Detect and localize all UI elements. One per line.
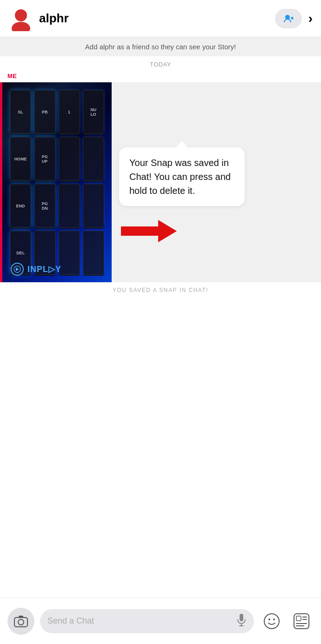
key-home: HOME bbox=[10, 137, 31, 181]
key-empty7 bbox=[83, 231, 104, 275]
key-1: 1 bbox=[59, 90, 80, 134]
snap-image-wrapper[interactable]: SL PB 1 NULO HOME PGUP END PGDN DEL bbox=[0, 82, 112, 282]
empty-chat-space bbox=[0, 297, 321, 525]
svg-point-13 bbox=[264, 614, 279, 629]
svg-rect-9 bbox=[19, 616, 23, 618]
svg-point-8 bbox=[18, 619, 24, 625]
chat-input-container[interactable]: Send a Chat bbox=[40, 609, 254, 633]
add-friend-button[interactable] bbox=[275, 9, 302, 28]
friend-banner: Add alphr as a friend so they can see yo… bbox=[0, 37, 321, 56]
emoji-button[interactable] bbox=[260, 609, 284, 633]
snap-image: SL PB 1 NULO HOME PGUP END PGDN DEL bbox=[2, 82, 112, 282]
svg-point-0 bbox=[15, 9, 27, 21]
key-empty4 bbox=[83, 184, 104, 228]
svg-point-1 bbox=[12, 22, 30, 31]
svg-point-14 bbox=[268, 618, 270, 620]
inplay-icon bbox=[11, 263, 24, 276]
key-pgup: PGUP bbox=[34, 137, 55, 181]
emoji-icon bbox=[263, 613, 280, 630]
svg-rect-16 bbox=[294, 614, 309, 629]
key-end: END bbox=[10, 184, 31, 228]
sticker-button[interactable] bbox=[289, 609, 314, 633]
header: alphr › bbox=[0, 0, 321, 37]
key-sl: SL bbox=[10, 90, 31, 134]
key-empty1 bbox=[59, 137, 80, 181]
key-nu: NULO bbox=[83, 90, 104, 134]
svg-marker-6 bbox=[121, 220, 177, 242]
key-pb: PB bbox=[34, 90, 55, 134]
key-empty2 bbox=[83, 137, 104, 181]
today-label: TODAY bbox=[0, 56, 321, 71]
svg-point-15 bbox=[273, 618, 275, 620]
tooltip-bubble: Your Snap was saved in Chat! You can pre… bbox=[119, 147, 245, 206]
red-border bbox=[0, 82, 2, 282]
bottom-bar: Send a Chat bbox=[0, 598, 321, 644]
inplay-logo: INPL▷Y bbox=[11, 263, 61, 276]
chat-input-placeholder: Send a Chat bbox=[47, 616, 236, 626]
snap-message: SL PB 1 NULO HOME PGUP END PGDN DEL bbox=[0, 82, 321, 282]
tooltip-text: Your Snap was saved in Chat! You can pre… bbox=[129, 158, 231, 196]
me-label: ME bbox=[0, 71, 321, 82]
inplay-text: INPL▷Y bbox=[27, 264, 61, 274]
camera-button[interactable] bbox=[7, 608, 34, 635]
friend-banner-text: Add alphr as a friend so they can see yo… bbox=[85, 43, 236, 51]
key-empty3 bbox=[59, 184, 80, 228]
svg-rect-17 bbox=[296, 616, 301, 621]
mic-icon bbox=[236, 613, 247, 629]
username-label: alphr bbox=[39, 11, 275, 26]
key-pgdn: PGDN bbox=[34, 184, 55, 228]
sticker-icon bbox=[293, 612, 310, 630]
camera-icon bbox=[14, 615, 28, 627]
saved-label: YOU SAVED A SNAP IN CHAT! bbox=[0, 282, 321, 297]
avatar bbox=[8, 6, 33, 31]
keyboard-overlay: SL PB 1 NULO HOME PGUP END PGDN DEL bbox=[2, 82, 112, 282]
svg-rect-10 bbox=[240, 614, 243, 621]
key-empty6 bbox=[59, 231, 80, 275]
chevron-right-icon[interactable]: › bbox=[308, 11, 313, 26]
red-arrow bbox=[121, 219, 177, 245]
snap-right-area: Your Snap was saved in Chat! You can pre… bbox=[112, 82, 321, 282]
